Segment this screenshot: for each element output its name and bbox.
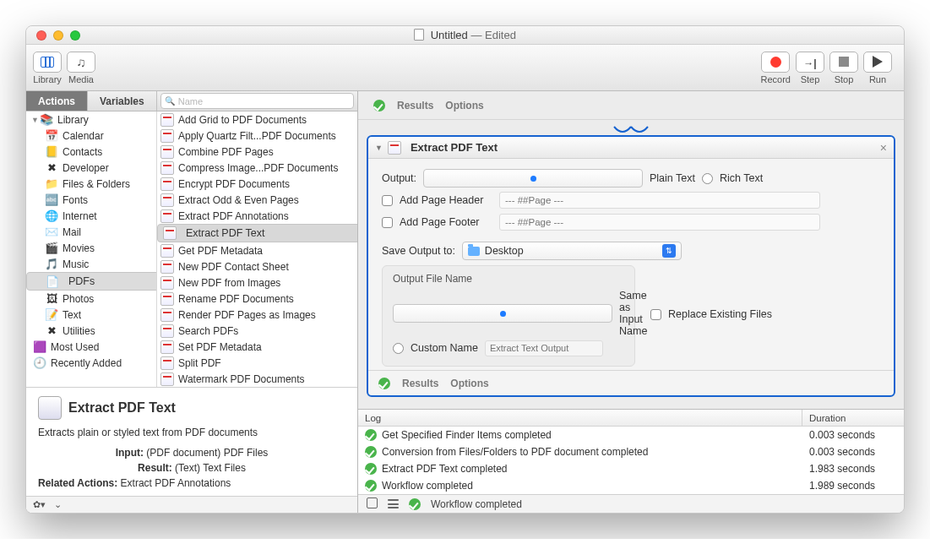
log-row[interactable]: Conversion from Files/Folders to PDF doc… [358,443,904,460]
log-message: Workflow completed [382,480,473,492]
action-list-label: Compress Image...PDF Documents [178,162,338,174]
category-icon: 📒 [45,145,58,159]
footer-status: Workflow completed [431,498,522,510]
success-icon [365,429,377,441]
check-add-header[interactable] [382,195,393,206]
category-item[interactable]: ▼📚Library [26,111,156,128]
action-list-item[interactable]: Compress Image...PDF Documents [157,160,357,176]
action-header[interactable]: ▼ Extract PDF Text × [368,137,894,159]
stop-button[interactable] [829,52,858,73]
tab-variables[interactable]: Variables [88,91,157,111]
step-button[interactable] [796,52,824,73]
toolbar: Library ♫ Media Record Step Stop Run [26,45,904,91]
action-list-item[interactable]: New PDF Contact Sheet [157,258,357,275]
category-label: Utilities [63,325,95,337]
custom-name-input[interactable] [485,340,603,356]
category-item[interactable]: 📅Calendar [26,128,156,144]
header-text-input[interactable] [499,192,820,209]
log-header-duration[interactable]: Duration [802,410,904,426]
action-list-item[interactable]: Extract Odd & Even Pages [157,192,357,208]
radio-rich-text[interactable] [702,173,713,184]
log-row[interactable]: Workflow completed1.989 seconds [358,477,904,494]
category-item[interactable]: ✖︎Developer [26,160,156,176]
pdf-icon [160,356,174,370]
category-item[interactable]: ✉️Mail [26,224,156,240]
action-list-item[interactable]: Search PDFs [157,323,357,339]
action-list-item[interactable]: Encrypt PDF Documents [157,176,357,192]
radio-same-name[interactable] [393,304,612,323]
log-header-log[interactable]: Log [358,410,802,426]
prev-results-label[interactable]: Results [397,100,433,111]
category-item[interactable]: 🎵Music [26,256,156,272]
category-item[interactable]: 🕘Recently Added [26,355,156,371]
action-list-item[interactable]: Rename PDF Documents [157,291,357,307]
category-item[interactable]: 📄PDFs [26,272,157,291]
action-list-item[interactable]: New PDF from Images [157,275,357,291]
action-results-tab[interactable]: Results [402,378,438,389]
action-list-label: Rename PDF Documents [178,293,294,305]
record-button[interactable] [761,52,790,73]
success-icon [365,463,377,475]
category-item[interactable]: ✖︎Utilities [26,323,156,339]
prev-options-label[interactable]: Options [445,100,483,111]
media-button[interactable]: ♫ [67,52,95,73]
category-item[interactable]: 🖼Photos [26,291,156,307]
radio-custom-name[interactable] [393,343,404,354]
action-list-item[interactable]: Set PDF Metadata [157,339,357,355]
log-duration: 0.003 seconds [802,429,904,441]
action-list-item[interactable]: Apply Quartz Filt...PDF Documents [157,128,357,144]
action-list-label: Extract Odd & Even Pages [178,194,299,206]
action-list-item[interactable]: Watermark PDF Documents [157,371,357,387]
workflow-view-button[interactable] [367,497,378,511]
tab-actions[interactable]: Actions [26,91,88,111]
category-item[interactable]: 🟪Most Used [26,339,156,355]
play-icon [873,56,883,68]
category-item[interactable]: 🌐Internet [26,208,156,224]
action-list-label: Split PDF [178,357,221,369]
record-icon [770,57,781,68]
pdf-icon [160,161,174,175]
action-options-tab[interactable]: Options [450,378,488,389]
list-icon [388,499,399,508]
action-list-item[interactable]: Extract PDF Text [157,224,357,242]
action-list-item[interactable]: Split PDF [157,355,357,371]
log-view-button[interactable] [388,499,399,508]
pdf-icon [160,145,174,159]
search-wrap [157,93,357,109]
category-label: Photos [63,293,94,305]
footer-text-input[interactable] [499,214,820,231]
pdf-icon [160,292,174,306]
titlebar: Untitled — Edited [26,26,904,45]
prev-action-footer: Results Options [358,91,904,120]
gear-menu[interactable]: ✿▾ [33,499,46,510]
action-title: Extract PDF Text [411,141,498,154]
action-list-label: Set PDF Metadata [178,341,262,353]
category-item[interactable]: 🔤Fonts [26,192,156,208]
action-list-item[interactable]: Combine PDF Pages [157,144,357,160]
library-toggle-button[interactable] [33,52,62,73]
category-label: Contacts [63,146,102,158]
log-row[interactable]: Get Specified Finder Items completed0.00… [358,427,904,443]
media-label: Media [68,74,94,84]
action-list-item[interactable]: Render PDF Pages as Images [157,307,357,323]
log-row[interactable]: Extract PDF Text completed1.983 seconds [358,460,904,477]
run-button[interactable] [863,52,892,73]
remove-action-button[interactable]: × [880,141,887,155]
check-add-footer[interactable] [382,217,393,228]
radio-plain-text[interactable] [423,169,643,188]
pdf-icon [160,276,174,290]
action-list[interactable]: Add Grid to PDF DocumentsApply Quartz Fi… [157,111,357,387]
search-input[interactable] [160,93,354,109]
category-item[interactable]: 📁Files & Folders [26,176,156,192]
action-list-item[interactable]: Add Grid to PDF Documents [157,111,357,128]
action-list-item[interactable]: Get PDF Metadata [157,242,357,258]
category-item[interactable]: 📒Contacts [26,144,156,160]
collapse-info-button[interactable]: ⌄ [54,499,62,510]
category-list[interactable]: ▼📚Library📅Calendar📒Contacts✖︎Developer📁F… [26,111,157,387]
category-item[interactable]: 🎬Movies [26,240,156,256]
category-item[interactable]: 📝Text [26,307,156,323]
save-location-popup[interactable]: Desktop ⇅ [462,242,682,260]
disclosure-icon[interactable]: ▼ [375,144,383,152]
check-replace-existing[interactable] [650,309,661,320]
action-list-item[interactable]: Extract PDF Annotations [157,208,357,224]
